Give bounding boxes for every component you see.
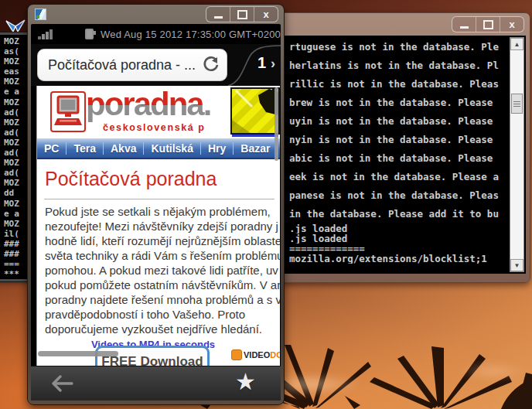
paragraph-line: hodně lidí, kteří rozumějí nejrůznějším … [45,233,280,248]
maximize-icon [237,10,247,19]
minimize-button[interactable] [452,17,476,32]
minimize-button[interactable] [206,7,230,22]
console-line: .js loaded [289,223,508,233]
console-line: .js loaded [289,233,508,244]
poradna-logo-icon[interactable] [50,91,86,132]
scroll-down-arrow-icon[interactable]: ▼ [510,259,523,271]
scroll-up-arrow-icon[interactable]: ▲ [510,38,523,50]
console-titlebar[interactable]: x [281,13,530,36]
maximize-icon [483,20,493,29]
signal-strength-icon [38,29,53,39]
console-line: panese is not in the database. Pleas [289,186,508,205]
console-line: uyin is not in the database. Please [289,112,508,131]
site-navbar: PCTeraAkvaKutilskáHryBazarPodpoř [37,138,280,159]
console-line: mozilla.org/extensions/blocklist;1 [289,254,508,264]
statusbar-clock: Wed Aug 15 2012 17:35:00 GMT+0200 [101,29,281,40]
paragraph-line: Pokud jste se setkali s nějakým probléme… [45,204,280,219]
minimize-icon [214,16,223,19]
window-titlebar[interactable]: x [28,5,284,24]
battery-icon [85,29,94,39]
console-output-tight: .js loaded.js loaded=============mozilla… [289,223,508,264]
tab-count-button[interactable]: 1 [257,54,266,72]
paragraph-line: pravděpodobností i toho Vašeho. Proto [45,307,280,322]
console-window-right[interactable]: x rtuguese is not in the database. Plehe… [280,12,530,283]
url-bar[interactable]: Počítačová poradna - ... [37,49,227,81]
app-window-icon [35,9,46,20]
page-title: Počítačová poradna - ... [48,57,198,73]
maximize-button[interactable] [230,7,254,22]
site-tagline: československá p [103,122,206,133]
nav-item[interactable]: Bazar [233,142,277,155]
back-arrow-icon[interactable] [51,375,74,392]
bookmark-star-icon[interactable]: ★ [235,368,256,395]
minimize-icon [460,26,469,29]
site-logo-text[interactable]: poradna. [86,87,210,122]
browser-urlbar-row: Počítačová poradna - ... 1 › [31,44,281,86]
brand-text-dark: VIDEO [244,350,270,360]
brand-icon [231,349,242,360]
console-line: rtuguese is not in the database. Ple [289,38,508,56]
web-page-viewport: poradna. československá p PCTeraAkvaKuti… [36,86,280,366]
banner-underline [232,135,278,137]
console-line: brew is not in the database. Please [289,94,508,112]
console-line: herlatins is not in the database. Pl [289,56,508,75]
phone-statusbar: Wed Aug 15 2012 17:35:00 GMT+0200 [31,24,281,44]
scrollbar-thumb[interactable] [511,94,523,114]
close-icon: x [263,9,268,19]
paragraph-line: nezoufejte! Mezi návštěvníky zdejší pora… [45,219,280,233]
console-output-area: rtuguese is not in the database. Pleherl… [285,36,526,274]
banner-ad[interactable] [230,87,280,135]
console-line: in the database. Please add it to bu [289,205,508,223]
nav-item[interactable]: Kutilská [143,142,200,155]
horizontal-scroll-indicator [38,351,118,356]
console-line: eek is not in the database. Please a [289,168,508,186]
close-icon: x [509,19,514,29]
console-line: ============= [289,244,508,254]
vertical-scroll-indicator [275,87,278,161]
phone-screen: Wed Aug 15 2012 17:35:00 GMT+0200 Počíta… [31,24,281,400]
console-line: rillic is not in the database. Pleas [289,75,508,94]
page-heading: Počítačová poradna [45,167,217,190]
sunset-cloud [458,362,527,380]
scrollbar[interactable]: ▲ ▼ [510,37,524,272]
heading-divider [44,199,275,199]
nav-item[interactable]: Hry [200,142,233,155]
close-button[interactable]: x [254,7,278,22]
nav-item[interactable]: Tera [66,142,103,155]
paragraph-line: pokud pomůžete ostatním návštěvníkům. V … [45,278,280,292]
console-output-spaced: rtuguese is not in the database. Pleherl… [289,38,508,223]
paragraph-line: poradny najdete řešení mnoha problémů a … [45,292,280,307]
console-line: nyin is not in the database. Please [289,131,508,149]
paragraph-line: doporučujeme vyzkoušet nejdříve hledání. [45,322,280,336]
phone-emulator-window[interactable]: x Wed Aug 15 2012 17:35:00 GMT+0200 Počí… [27,4,285,405]
chevron-right-icon: › [271,56,275,72]
close-button[interactable]: x [500,17,523,32]
ad-brand-logo[interactable]: VIDEODOWN [231,349,280,360]
nav-item[interactable]: Akva [103,142,143,155]
paragraph-line: světa techniky a rádi Vám s řešením prob… [45,248,280,263]
maximize-button[interactable] [476,17,500,32]
nav-item[interactable]: PC [37,142,66,155]
page-paragraph: Pokud jste se setkali s nějakým probléme… [45,204,280,336]
browser-bottom-toolbar: ★ [31,366,281,400]
paragraph-line: pomohou. A pokud mezi takové lidi patřít… [45,263,280,278]
reload-icon[interactable] [201,56,220,74]
console-line: abic is not in the database. Please [289,149,508,168]
brand-text-orange: DOWN [270,350,280,360]
